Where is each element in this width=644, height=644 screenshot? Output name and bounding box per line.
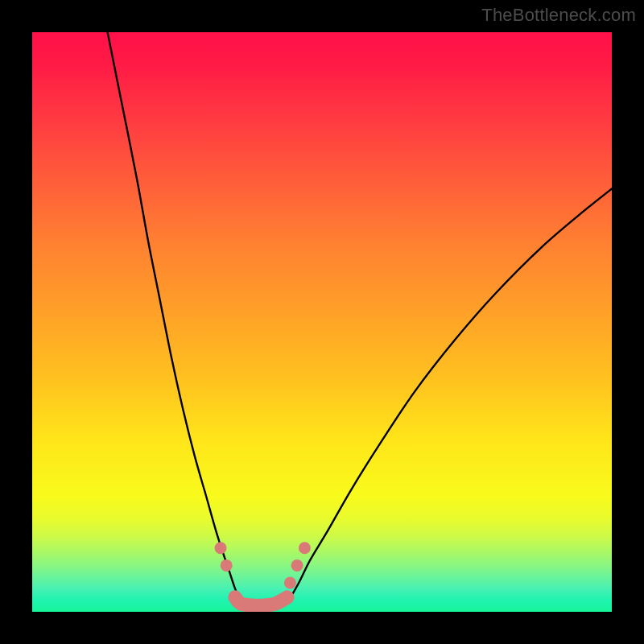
bottom-u-stroke xyxy=(235,597,287,605)
highlight-dot xyxy=(291,559,303,572)
left-curve xyxy=(108,32,242,603)
right-curve xyxy=(287,188,612,603)
highlight-dot xyxy=(284,577,296,589)
chart-container: TheBottleneck.com xyxy=(0,0,644,644)
curve-layer xyxy=(32,32,612,612)
highlight-dots xyxy=(215,542,311,588)
highlight-dot xyxy=(221,559,233,572)
watermark-text: TheBottleneck.com xyxy=(481,5,636,26)
plot-area xyxy=(32,32,612,612)
highlight-dot xyxy=(215,542,227,554)
highlight-dot xyxy=(299,542,311,554)
